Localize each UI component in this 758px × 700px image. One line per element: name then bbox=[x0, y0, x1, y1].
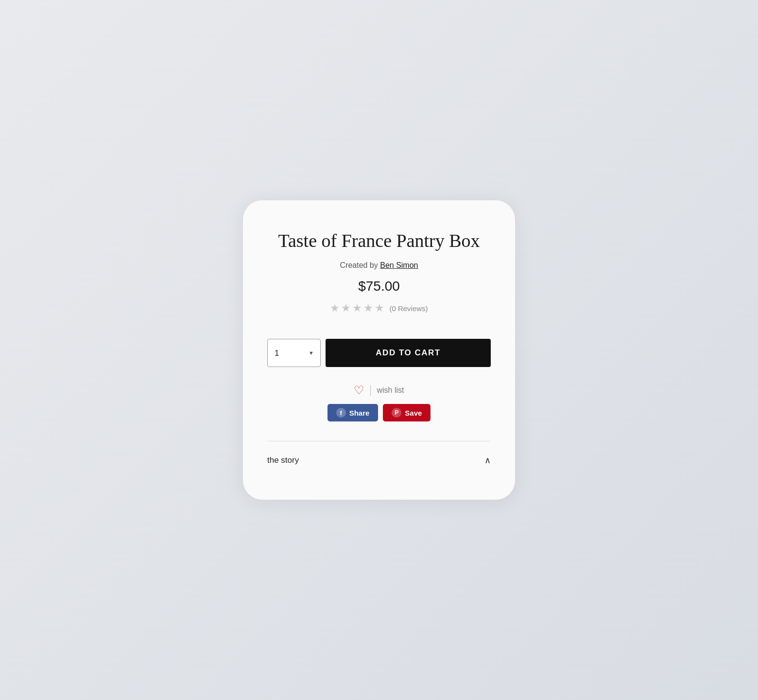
wishlist-label[interactable]: wish list bbox=[377, 386, 404, 395]
heart-icon[interactable]: ♡ bbox=[354, 385, 364, 396]
wishlist-row: ♡ wish list bbox=[354, 385, 404, 396]
story-row[interactable]: the story ∧ bbox=[267, 455, 491, 466]
social-row: f Share P Save bbox=[327, 404, 431, 421]
star-1: ★ bbox=[330, 302, 340, 315]
quantity-wrapper: 1 2 3 4 5 bbox=[267, 339, 321, 367]
quantity-select[interactable]: 1 2 3 4 5 bbox=[267, 339, 321, 367]
star-4: ★ bbox=[363, 302, 373, 315]
star-3: ★ bbox=[352, 302, 362, 315]
vertical-divider bbox=[370, 385, 371, 396]
creator-line: Created by Ben Simon bbox=[340, 261, 418, 270]
pinterest-icon: P bbox=[392, 408, 401, 418]
product-price: $75.00 bbox=[358, 279, 400, 294]
cart-row: 1 2 3 4 5 ADD TO CART bbox=[267, 339, 491, 367]
story-label: the story bbox=[267, 455, 299, 465]
horizontal-divider bbox=[267, 441, 491, 441]
facebook-icon: f bbox=[336, 408, 346, 418]
add-to-cart-button[interactable]: ADD TO CART bbox=[326, 339, 491, 367]
facebook-share-button[interactable]: f Share bbox=[327, 404, 379, 421]
star-5: ★ bbox=[375, 302, 384, 315]
star-2: ★ bbox=[341, 302, 351, 315]
creator-prefix: Created by bbox=[340, 261, 380, 269]
product-title: Taste of France Pantry Box bbox=[278, 229, 480, 253]
star-rating: ★ ★ ★ ★ ★ bbox=[330, 302, 384, 315]
pinterest-save-button[interactable]: P Save bbox=[383, 404, 431, 421]
facebook-share-label: Share bbox=[349, 409, 370, 417]
reviews-row: ★ ★ ★ ★ ★ (0 Reviews) bbox=[330, 302, 428, 315]
product-card: Taste of France Pantry Box Created by Be… bbox=[243, 200, 515, 500]
creator-link[interactable]: Ben Simon bbox=[380, 261, 418, 269]
chevron-up-icon: ∧ bbox=[484, 455, 491, 466]
pinterest-save-label: Save bbox=[405, 409, 422, 417]
reviews-count: (0 Reviews) bbox=[389, 304, 428, 313]
